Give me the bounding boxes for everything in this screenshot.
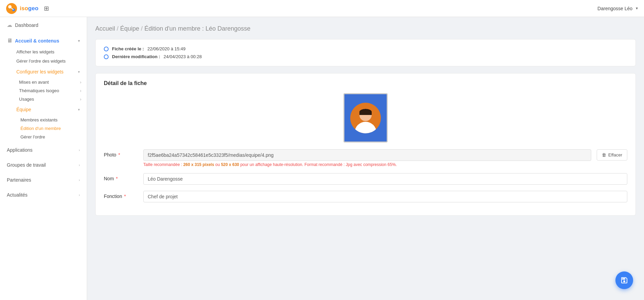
dashboard-icon: ☁ [7, 22, 12, 28]
chevron-down-icon: ▼ [635, 6, 639, 10]
sidebar-item-membres-existants[interactable]: Membres existants [0, 116, 87, 124]
breadcrumb-part1: Accueil [95, 25, 115, 32]
info-dot-modified [104, 54, 109, 59]
sidebar-item-edition-membre[interactable]: Édition d'un membre [0, 124, 87, 133]
user-name: Darengosse Léo [597, 6, 632, 11]
chevron-down-icon-configurer: ▾ [78, 70, 80, 74]
sidebar-item-groupes-label: Groupes de travail [7, 162, 46, 168]
chevron-equipe-icon: ▾ [78, 107, 80, 112]
monitor-icon: 🖥 [7, 38, 12, 44]
chevron-partenaires-icon: › [79, 178, 80, 182]
sidebar-section-actualites: Actualités › [0, 187, 87, 202]
sidebar: ☁ Dashboard 🖥 Accueil & contenus ▾ Affic… [0, 17, 87, 300]
fonction-input[interactable] [143, 191, 627, 202]
photo-input-wrap: Taille recommandée : 260 x 315 pixels ou… [143, 149, 591, 167]
sidebar-item-afficher-widgets[interactable]: Afficher les widgets [0, 47, 87, 56]
breadcrumb: Accueil / Équipe / Édition d'un membre :… [95, 25, 636, 32]
grid-icon[interactable]: ⊞ [44, 5, 49, 12]
avatar-body [355, 122, 376, 133]
modified-label: Dernière modification : [112, 54, 160, 59]
sidebar-item-equipe-label: Équipe [16, 107, 31, 112]
form-row-nom: Nom * [104, 173, 627, 185]
avatar-bg-circle [350, 103, 381, 133]
sidebar-section-partenaires: Partenaires › [0, 172, 87, 187]
avatar-hair [359, 109, 372, 115]
chevron-groupes-icon: › [79, 163, 80, 167]
breadcrumb-part3: Édition d'un membre : Léo Darengosse [144, 25, 251, 32]
effacer-button[interactable]: 🗑 Effacer [597, 149, 627, 161]
sidebar-section-accueil: 🖥 Accueil & contenus ▾ Afficher les widg… [0, 33, 87, 143]
sidebar-item-groupes[interactable]: Groupes de travail › [0, 159, 87, 171]
fonction-input-wrap [143, 191, 627, 202]
sidebar-item-dashboard[interactable]: ☁ Dashboard [0, 18, 87, 32]
created-label: Fiche créée le : [112, 46, 144, 51]
sidebar-section-applications: Applications › [0, 143, 87, 157]
trash-icon: 🗑 [602, 152, 606, 157]
sidebar-item-actualites-label: Actualités [7, 192, 28, 198]
chevron-up-icon: ▾ [78, 39, 80, 43]
topbar-left: isogeo ⊞ [5, 2, 49, 15]
layout: ☁ Dashboard 🖥 Accueil & contenus ▾ Affic… [0, 17, 644, 300]
nom-input-wrap [143, 173, 627, 185]
avatar-container [104, 93, 627, 143]
sidebar-item-applications[interactable]: Applications › [0, 144, 87, 156]
modified-value: 24/04/2023 à 00:28 [164, 54, 202, 59]
detail-card-title: Détail de la fiche [104, 80, 627, 86]
breadcrumb-part2: Équipe [120, 25, 139, 32]
fonction-label: Fonction * [104, 191, 138, 199]
logo: isogeo [5, 2, 38, 15]
created-value: 22/06/2020 à 15:49 [147, 46, 186, 51]
photo-label: Photo * [104, 149, 138, 157]
sidebar-item-applications-label: Applications [7, 147, 33, 153]
logo-icon [5, 2, 18, 15]
sidebar-section-groupes: Groupes de travail › [0, 157, 87, 172]
sidebar-item-partenaires[interactable]: Partenaires › [0, 174, 87, 186]
form-row-photo: Photo * Taille recommandée : 260 x 315 p… [104, 149, 627, 167]
chevron-actualites-icon: › [79, 193, 80, 197]
sidebar-item-accueil[interactable]: 🖥 Accueil & contenus ▾ [0, 34, 87, 47]
nom-label: Nom * [104, 173, 138, 181]
breadcrumb-sep2: / [139, 25, 144, 32]
chevron-applications-icon: › [79, 148, 80, 152]
save-icon [620, 276, 628, 284]
main-content: Accueil / Équipe / Édition d'un membre :… [87, 17, 644, 300]
sidebar-item-gerer-ordre[interactable]: Gérer l'ordre [0, 133, 87, 141]
user-menu[interactable]: Darengosse Léo ▼ [597, 6, 639, 11]
detail-card: Détail de la fiche Photo [95, 73, 636, 216]
sidebar-item-configurer-widgets-label: Configurer les widgets [16, 69, 64, 74]
photo-input[interactable] [143, 149, 591, 161]
sidebar-item-partenaires-label: Partenaires [7, 177, 31, 183]
sidebar-item-accueil-label: Accueil & contenus [15, 38, 59, 44]
effacer-label: Effacer [608, 152, 622, 157]
info-dot-created [104, 47, 109, 51]
topbar: isogeo ⊞ Darengosse Léo ▼ [0, 0, 644, 17]
info-row-modified: Dernière modification : 24/04/2023 à 00:… [104, 54, 627, 59]
sidebar-item-actualites[interactable]: Actualités › [0, 189, 87, 201]
sidebar-item-dashboard-label: Dashboard [15, 22, 38, 28]
sidebar-item-equipe[interactable]: Équipe ▾ [0, 103, 87, 116]
form-row-fonction: Fonction * [104, 191, 627, 202]
sidebar-item-thematiques[interactable]: Thématiques Isogeo › [0, 86, 87, 95]
photo-hint: Taille recommandée : 260 x 315 pixels ou… [143, 162, 591, 167]
breadcrumb-sep1: / [115, 25, 120, 32]
save-button[interactable] [615, 271, 633, 289]
logo-text: isogeo [20, 5, 38, 12]
info-row-created: Fiche créée le : 22/06/2020 à 15:49 [104, 46, 627, 51]
info-card: Fiche créée le : 22/06/2020 à 15:49 Dern… [95, 39, 636, 66]
sidebar-item-usages[interactable]: Usages › [0, 95, 87, 103]
sidebar-item-mises-en-avant[interactable]: Mises en avant › [0, 78, 87, 86]
sidebar-item-gerer-ordre-widgets[interactable]: Gérer l'ordre des widgets [0, 56, 87, 66]
sidebar-section-dashboard: ☁ Dashboard [0, 17, 87, 33]
nom-input[interactable] [143, 173, 627, 185]
sidebar-item-configurer-widgets[interactable]: Configurer les widgets ▾ [0, 66, 87, 78]
avatar-box [343, 93, 388, 143]
